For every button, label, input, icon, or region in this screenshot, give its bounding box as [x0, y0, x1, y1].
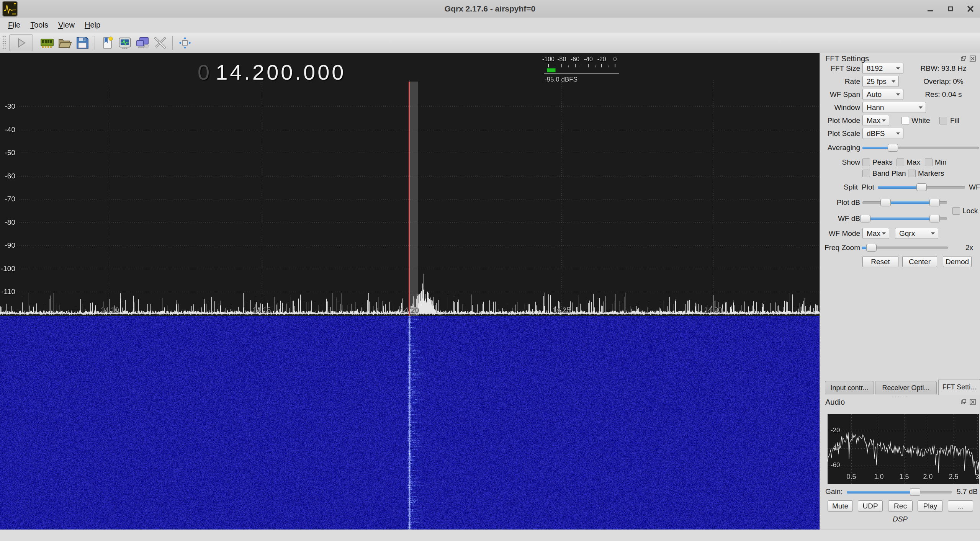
menu-item-view[interactable]: View	[53, 18, 80, 32]
filter-passband[interactable]	[409, 82, 418, 316]
freq-zoom-slider-handle[interactable]	[866, 244, 877, 252]
panel-title: FFT Settings	[825, 54, 869, 63]
wf-db-slider-low-handle[interactable]	[860, 215, 870, 222]
close-panel-icon[interactable]	[969, 55, 976, 62]
plot-mode-combo[interactable]: Max	[862, 115, 889, 126]
tab-fft-setti[interactable]: FFT Setti...	[938, 379, 980, 395]
gain-slider[interactable]	[847, 488, 952, 496]
status-dsp-label: DSP	[820, 515, 980, 523]
spectrum-plot[interactable]: 014.200.000 -95.0 dBFS -100-80-60-40-200…	[0, 53, 820, 316]
split-wf-label: WF	[969, 183, 980, 191]
chevron-down-icon	[896, 132, 900, 135]
frequency-dim-digit[interactable]: 0	[198, 60, 212, 84]
bookmarks-button[interactable]	[98, 34, 116, 52]
waterfall-display[interactable]	[0, 316, 820, 530]
audio-play-button[interactable]: Play	[918, 500, 943, 512]
demod-button[interactable]: Demod	[943, 256, 972, 267]
audio-mute-button[interactable]: Mute	[828, 500, 853, 512]
min-checkbox[interactable]	[925, 159, 933, 166]
chevron-down-icon	[919, 106, 923, 109]
audio-more-button[interactable]: ...	[948, 500, 973, 512]
close-audio-panel-icon[interactable]	[969, 399, 976, 405]
menu-item-help[interactable]: Help	[80, 18, 105, 32]
plot-db-slider[interactable]	[862, 198, 947, 207]
open-file-button[interactable]	[56, 34, 74, 52]
toolbar-separator	[172, 36, 173, 50]
save-file-button[interactable]	[74, 34, 91, 52]
window-combo[interactable]: Hann	[862, 102, 926, 113]
rbw-info: RBW: 93.8 Hz	[912, 63, 975, 74]
markers-checkbox[interactable]	[908, 170, 916, 177]
plot-db-slider-high-handle[interactable]	[929, 199, 940, 206]
tuning-line[interactable]	[409, 82, 410, 316]
freq-zoom-value: 2x	[954, 244, 973, 252]
audio-rec-button[interactable]: Rec	[888, 500, 913, 512]
lock-checkbox[interactable]	[952, 207, 960, 215]
spectrum-y-tick-label: -80	[0, 219, 15, 226]
menu-item-tools[interactable]: Tools	[25, 18, 53, 32]
minimize-button[interactable]	[926, 5, 935, 13]
tools-button[interactable]	[151, 34, 169, 52]
plot-scale-combo[interactable]: dBFS	[862, 128, 903, 139]
tab-receiver-opti[interactable]: Receiver Opti...	[875, 381, 937, 394]
start-dsp-button[interactable]	[9, 34, 33, 51]
dsp-settings-button[interactable]	[116, 34, 134, 52]
max-checkbox-label: Max	[906, 158, 920, 167]
meter-tick-label: -100	[542, 56, 555, 63]
float-audio-panel-icon[interactable]	[960, 399, 967, 405]
fft-size-combo[interactable]: 8192	[862, 63, 903, 74]
chevron-down-icon	[931, 232, 935, 235]
menu-item-file[interactable]: File	[3, 18, 25, 32]
maximize-button[interactable]	[946, 5, 955, 13]
spectrum-y-tick-label: -70	[0, 195, 15, 203]
audio-udp-button[interactable]: UDP	[858, 500, 883, 512]
signal-meter: -95.0 dBFS -100-80-60-40-200	[541, 56, 622, 83]
wf-db-slider-high-handle[interactable]	[929, 215, 940, 222]
spectrum-x-tick-label: 14.30	[704, 306, 722, 314]
fill-checkbox[interactable]	[939, 117, 947, 124]
spectrum-y-tick-label: -40	[0, 126, 15, 134]
toolbar-drag-handle[interactable]	[2, 36, 6, 50]
gain-slider-handle[interactable]	[910, 488, 920, 496]
float-panel-icon[interactable]	[960, 55, 967, 62]
fullscreen-button[interactable]	[176, 34, 194, 52]
wf-db-slider-fill	[865, 217, 934, 220]
move-arrows-icon	[178, 36, 192, 50]
wf-span-combo[interactable]: Auto	[862, 89, 903, 100]
meter-baseline	[544, 74, 619, 74]
freq-zoom-slider[interactable]	[862, 244, 948, 252]
audio-panel-title: Audio	[825, 398, 845, 407]
wf-colormap-combo[interactable]: Gqrx	[895, 228, 938, 239]
plot-db-slider-low-handle[interactable]	[880, 199, 891, 206]
close-button[interactable]	[966, 5, 975, 13]
meter-tick-minor	[568, 65, 569, 67]
tab-input-contr[interactable]: Input contr...	[825, 381, 874, 394]
plot-db-slider-fill	[885, 201, 934, 204]
max-checkbox[interactable]	[897, 159, 904, 166]
configure-io-button[interactable]	[38, 34, 56, 52]
title-bar: Gqrx 2.17.6 - airspyhf=0	[0, 0, 980, 18]
rate-combo[interactable]: 25 fps	[862, 76, 899, 87]
meter-level-bar	[547, 68, 556, 72]
spectrum-y-tick-label: -90	[0, 242, 15, 249]
menu-bar: FileToolsViewHelp	[0, 18, 980, 32]
split-slider-handle[interactable]	[916, 183, 927, 191]
averaging-slider-handle[interactable]	[888, 144, 898, 152]
computers-icon	[135, 36, 150, 50]
wf-db-slider[interactable]	[862, 214, 947, 223]
frequency-digits[interactable]: 14.200.000	[216, 60, 346, 84]
white-checkbox[interactable]	[901, 117, 909, 124]
wf-mode-combo[interactable]: Max	[862, 228, 889, 239]
spectrum-x-tick-label: 14.15	[253, 306, 271, 314]
io-devices-button[interactable]	[134, 34, 151, 52]
spectrum-y-tick-label: -100	[0, 265, 15, 273]
center-button[interactable]: Center	[902, 256, 937, 267]
reset-button[interactable]: Reset	[862, 256, 898, 267]
waterfall-canvas[interactable]	[0, 316, 820, 530]
split-slider[interactable]	[878, 183, 965, 191]
toolbar-separator	[95, 36, 95, 50]
averaging-slider[interactable]	[862, 144, 979, 152]
peaks-checkbox[interactable]	[862, 159, 870, 166]
frequency-display[interactable]: 014.200.000	[198, 60, 346, 85]
band-plan-checkbox[interactable]	[862, 170, 870, 177]
